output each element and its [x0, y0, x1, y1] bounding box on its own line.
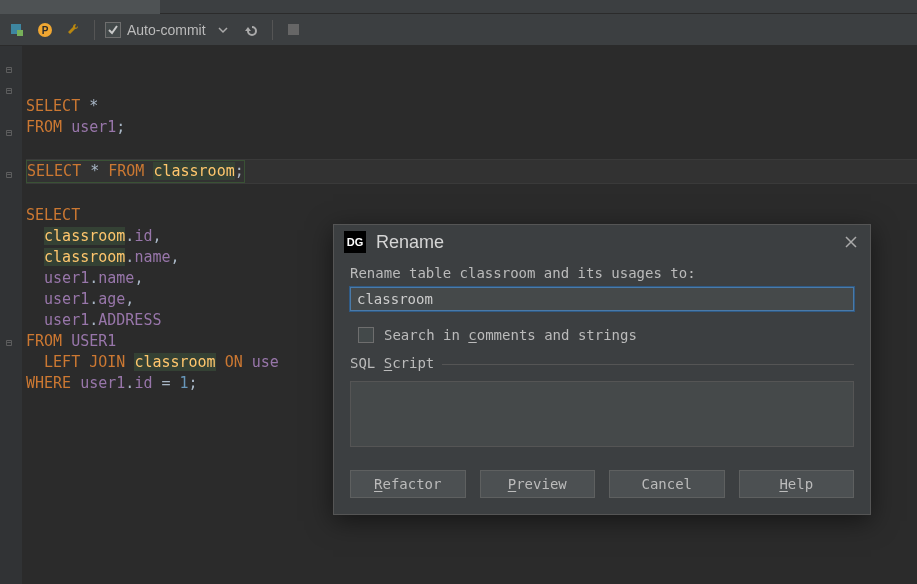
- svg-text:P: P: [42, 25, 49, 36]
- checkbox-box: [105, 22, 121, 38]
- toolbar-separator: [94, 20, 95, 40]
- code-line[interactable]: [26, 138, 917, 159]
- datagrip-badge-icon: DG: [344, 231, 366, 253]
- code-line[interactable]: SELECT * FROM classroom;: [26, 159, 917, 184]
- sql-script-label: SQL Script: [350, 355, 440, 371]
- code-line[interactable]: SELECT *: [26, 96, 917, 117]
- stop-icon: [288, 24, 299, 35]
- rename-dialog: DG Rename Rename table classroom and its…: [333, 224, 871, 515]
- checkbox-box: [358, 327, 374, 343]
- code-line[interactable]: [26, 184, 917, 205]
- close-button[interactable]: [842, 233, 860, 251]
- help-button[interactable]: Help: [739, 470, 855, 498]
- stop-button[interactable]: [283, 19, 305, 41]
- section-rule: [442, 364, 854, 365]
- tab-strip: [0, 0, 917, 14]
- db-console-icon[interactable]: [6, 19, 28, 41]
- chevron-down-icon[interactable]: [212, 19, 234, 41]
- fold-icon[interactable]: ⊟: [6, 164, 16, 174]
- search-comments-label: Search in comments and strings: [384, 327, 637, 343]
- fold-icon[interactable]: ⊟: [6, 122, 16, 132]
- refactor-button[interactable]: Refactor: [350, 470, 466, 498]
- code-line[interactable]: SELECT: [26, 205, 917, 226]
- fold-icon[interactable]: ⊟: [6, 80, 16, 90]
- rollback-icon[interactable]: [240, 19, 262, 41]
- autocommit-checkbox[interactable]: Auto-commit: [105, 22, 206, 38]
- code-line[interactable]: FROM user1;: [26, 117, 917, 138]
- dialog-button-row: Refactor Preview Cancel Help: [350, 470, 854, 498]
- gutter: ⊟⊟⊟⊟⊟: [0, 46, 22, 584]
- toolbar: P Auto-commit: [0, 14, 917, 46]
- wrench-icon[interactable]: [62, 19, 84, 41]
- fold-icon[interactable]: ⊟: [6, 59, 16, 69]
- autocommit-label: Auto-commit: [127, 22, 206, 38]
- rename-prompt: Rename table classroom and its usages to…: [350, 265, 854, 281]
- dialog-titlebar: DG Rename: [334, 225, 870, 259]
- pending-icon[interactable]: P: [34, 19, 56, 41]
- svg-rect-1: [17, 30, 23, 36]
- cancel-button[interactable]: Cancel: [609, 470, 725, 498]
- dialog-title: Rename: [376, 232, 444, 253]
- preview-button[interactable]: Preview: [480, 470, 596, 498]
- active-tab[interactable]: [0, 0, 160, 14]
- fold-icon[interactable]: ⊟: [6, 332, 16, 342]
- sql-script-section: SQL Script: [350, 355, 854, 450]
- toolbar-separator: [272, 20, 273, 40]
- rename-input[interactable]: [350, 287, 854, 311]
- sql-script-textarea[interactable]: [350, 381, 854, 447]
- search-comments-checkbox[interactable]: Search in comments and strings: [358, 327, 854, 343]
